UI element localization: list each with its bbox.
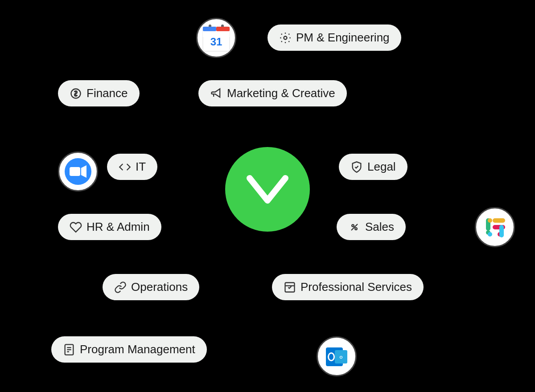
pill-pm-engineering[interactable]: PM & Engineering xyxy=(268,24,401,51)
zoom-badge[interactable] xyxy=(58,151,98,192)
center-logo[interactable] xyxy=(225,147,310,232)
percent-icon xyxy=(348,221,361,233)
legal-label: Legal xyxy=(367,160,396,174)
shield-icon xyxy=(350,161,363,173)
dollar-circle-icon xyxy=(70,87,82,100)
operations-label: Operations xyxy=(131,280,188,294)
zoom-icon xyxy=(65,158,91,185)
code-icon xyxy=(119,161,131,173)
pill-legal[interactable]: Legal xyxy=(339,154,407,180)
pill-professional-services[interactable]: Professional Services xyxy=(272,274,424,300)
svg-marker-9 xyxy=(81,165,86,178)
slack-badge[interactable] xyxy=(475,207,515,247)
svg-point-23 xyxy=(284,36,287,39)
sales-label: Sales xyxy=(365,220,394,234)
svg-point-21 xyxy=(329,354,333,360)
main-scene: 31 xyxy=(0,0,535,392)
pill-marketing-creative[interactable]: Marketing & Creative xyxy=(198,80,347,106)
pill-it[interactable]: IT xyxy=(107,154,157,180)
marketing-creative-label: Marketing & Creative xyxy=(227,86,335,100)
pill-program-management[interactable]: Program Management xyxy=(51,336,207,363)
pill-sales[interactable]: Sales xyxy=(337,214,406,240)
svg-rect-12 xyxy=(493,218,505,223)
svg-rect-8 xyxy=(70,167,80,176)
it-label: IT xyxy=(136,160,146,174)
heart-icon xyxy=(70,221,82,233)
hr-admin-label: HR & Admin xyxy=(86,220,150,234)
svg-rect-7 xyxy=(216,27,230,31)
pm-engineering-label: PM & Engineering xyxy=(296,31,390,45)
program-management-label: Program Management xyxy=(80,343,195,356)
professional-services-label: Professional Services xyxy=(300,280,412,294)
pill-finance[interactable]: Finance xyxy=(58,80,140,106)
svg-point-26 xyxy=(355,228,357,230)
svg-point-25 xyxy=(352,225,354,227)
gcal-badge[interactable]: 31 xyxy=(196,18,236,58)
svg-text:O: O xyxy=(339,355,342,359)
megaphone-icon xyxy=(210,87,222,100)
list-doc-icon xyxy=(63,343,75,356)
pill-operations[interactable]: Operations xyxy=(103,274,199,300)
svg-text:31: 31 xyxy=(210,36,222,48)
chart-check-icon xyxy=(284,281,296,294)
link-circle-icon xyxy=(114,281,127,294)
finance-label: Finance xyxy=(86,86,128,100)
svg-rect-16 xyxy=(499,225,504,237)
pill-hr-admin[interactable]: HR & Admin xyxy=(58,214,161,240)
svg-point-17 xyxy=(488,232,492,237)
outlook-badge[interactable]: O xyxy=(317,336,357,376)
gear-icon xyxy=(279,32,292,44)
svg-point-13 xyxy=(488,218,492,223)
svg-rect-6 xyxy=(203,27,216,31)
